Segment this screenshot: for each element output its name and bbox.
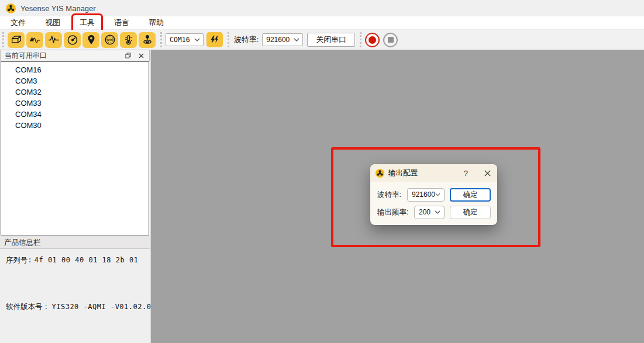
port-list-item[interactable]: COM33: [1, 98, 149, 109]
software-version-line: 软件版本号： YIS320 -AQMI -V01.02.03;: [6, 302, 160, 312]
dialog-output-rate-label: 输出频率:: [377, 207, 414, 217]
menu-view[interactable]: 视图: [40, 16, 66, 29]
float-panel-button[interactable]: [123, 51, 133, 60]
window-title: Yesense YIS Manager: [20, 4, 96, 13]
close-serial-port-button[interactable]: 关闭串口: [307, 33, 355, 47]
port-list-item[interactable]: COM34: [1, 109, 149, 120]
waveform-vibration-icon[interactable]: [45, 32, 62, 48]
serial-number-label: 序列号:: [6, 256, 32, 264]
stop-button[interactable]: [383, 33, 398, 47]
port-list-item[interactable]: COM16: [1, 64, 149, 75]
close-icon: [484, 169, 491, 177]
output-rate-row: 输出频率: 200 确定: [377, 205, 491, 219]
dialog-output-rate-select[interactable]: 200: [414, 206, 445, 219]
toolbar-drag-handle[interactable]: [228, 32, 229, 47]
baud-confirm-button[interactable]: 确定: [450, 188, 491, 202]
dialog-baud-value: 921600: [412, 190, 435, 199]
menu-language[interactable]: 语言: [109, 16, 135, 29]
close-panel-button[interactable]: [136, 51, 146, 60]
menu-help[interactable]: 帮助: [143, 16, 169, 29]
menu-bar: 文件 视图 工具 语言 帮助: [0, 16, 644, 30]
toolbar: UTC COM16: [0, 30, 644, 50]
port-list-item[interactable]: COM30: [1, 120, 149, 131]
dialog-title: 输出配置: [388, 168, 464, 178]
product-info-title: 产品信息栏: [4, 238, 41, 248]
menu-tools-label: 工具: [80, 18, 95, 27]
app-logo-icon: [6, 4, 16, 13]
waveform-angle-icon[interactable]: [26, 32, 43, 48]
product-info-header: 产品信息栏: [0, 237, 150, 249]
dialog-baud-label: 波特率:: [377, 190, 407, 200]
available-ports-list: COM16 COM3 COM32 COM33 COM34 COM30: [1, 61, 149, 235]
dialog-close-button[interactable]: [483, 169, 491, 177]
chevron-down-icon: [435, 193, 440, 196]
record-button[interactable]: [365, 33, 380, 47]
dialog-help-button[interactable]: ?: [464, 169, 468, 178]
stop-icon: [388, 37, 394, 43]
serial-number-line: 序列号: 4f 01 00 40 01 18 2b 01: [6, 255, 138, 265]
software-version-label: 软件版本号：: [6, 303, 50, 311]
baud-rate-select[interactable]: 921600: [262, 33, 303, 46]
float-window-icon: [125, 52, 132, 59]
baud-rate-value: 921600: [266, 36, 290, 44]
toolbar-drag-handle[interactable]: [160, 32, 162, 47]
dialog-output-rate-value: 200: [419, 208, 435, 216]
port-list-item[interactable]: COM3: [1, 75, 149, 86]
serial-port-dock-panel: 当前可用串口 COM16 COM3 COM32 COM33 COM34 COM3…: [0, 50, 151, 343]
output-rate-confirm-button[interactable]: 确定: [450, 206, 491, 219]
utc-clock-icon[interactable]: UTC: [101, 32, 118, 48]
cube-3d-icon[interactable]: [8, 32, 25, 48]
record-icon: [369, 36, 376, 44]
dock-title: 当前可用串口: [5, 51, 119, 61]
svg-text:UTC: UTC: [106, 39, 113, 41]
app-logo-icon: [376, 169, 384, 178]
serial-number-value: 4f 01 00 40 01 18 2b 01: [35, 256, 139, 264]
port-select[interactable]: COM16: [166, 33, 204, 46]
double-lightning-icon: [209, 34, 220, 45]
location-pin-icon[interactable]: [82, 32, 99, 48]
refresh-ports-button[interactable]: [206, 32, 223, 47]
chevron-down-icon: [435, 210, 440, 214]
thermometer-icon[interactable]: [120, 32, 137, 48]
app-window: Yesense YIS Manager 文件 视图 工具 语言 帮助: [0, 0, 644, 343]
close-icon: [138, 53, 144, 59]
menu-tools[interactable]: 工具: [74, 16, 100, 29]
port-list-item[interactable]: COM32: [1, 86, 149, 98]
toolbar-drag-handle[interactable]: [2, 32, 4, 47]
menu-file[interactable]: 文件: [5, 16, 31, 29]
port-select-value: COM16: [170, 36, 190, 44]
software-version-value: YIS320 -AQMI -V01.02.03;: [51, 303, 160, 311]
title-bar: Yesense YIS Manager: [0, 0, 644, 16]
product-info-body: 序列号: 4f 01 00 40 01 18 2b 01 软件版本号： YIS3…: [0, 249, 150, 343]
gauge-icon[interactable]: [64, 32, 81, 48]
chevron-down-icon: [294, 38, 299, 41]
dialog-title-bar[interactable]: 输出配置 ?: [370, 164, 497, 182]
baud-rate-label: 波特率:: [234, 34, 259, 45]
baud-rate-row: 波特率: 921600 确定: [377, 188, 491, 202]
dialog-baud-select[interactable]: 921600: [407, 188, 445, 202]
output-config-dialog: 输出配置 ? 波特率: 921600 确定 输出频率: 200: [370, 164, 497, 225]
toolbar-drag-handle[interactable]: [360, 32, 361, 47]
joystick-icon[interactable]: [139, 32, 156, 48]
dock-header: 当前可用串口: [0, 50, 150, 61]
chevron-down-icon: [194, 38, 200, 41]
dialog-body: 波特率: 921600 确定 输出频率: 200 确定: [370, 182, 497, 219]
